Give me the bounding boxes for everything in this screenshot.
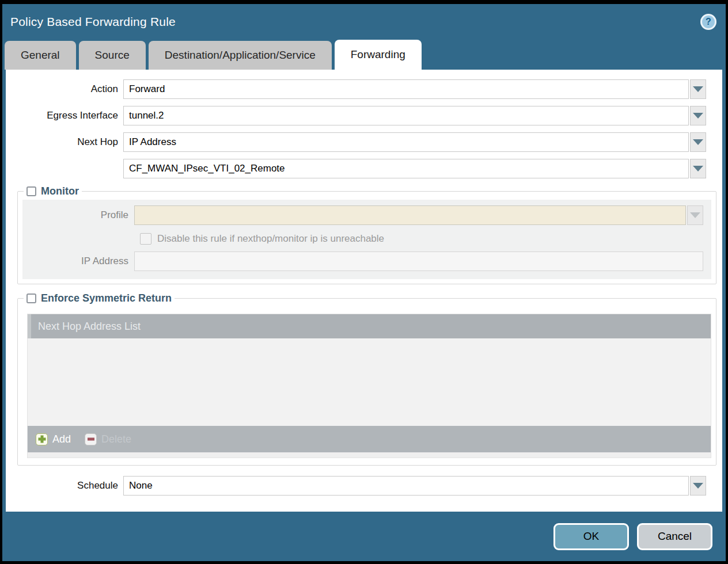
enforce-symmetric-return-legend-label: Enforce Symmetric Return (41, 292, 172, 304)
monitor-section: Monitor Profile Disable this rule if nex… (17, 185, 716, 284)
chevron-down-icon (693, 166, 703, 172)
dialog-footer: OK Cancel (2, 512, 726, 561)
action-dropdown-button[interactable] (690, 79, 706, 99)
dialog-window: Policy Based Forwarding Rule ? General S… (2, 4, 726, 561)
chevron-down-icon (693, 113, 703, 119)
next-hop-type-select[interactable]: IP Address (123, 132, 689, 152)
cancel-button[interactable]: Cancel (637, 523, 712, 550)
table-body[interactable] (28, 338, 711, 426)
enforce-symmetric-return-section: Enforce Symmetric Return Next Hop Addres… (17, 292, 716, 466)
next-hop-dropdown-button[interactable] (690, 132, 706, 152)
dialog-title: Policy Based Forwarding Rule (10, 15, 176, 29)
title-bar: Policy Based Forwarding Rule ? (2, 4, 726, 40)
egress-interface-label: Egress Interface (6, 110, 123, 121)
plus-icon (36, 433, 48, 445)
monitor-legend: Monitor (24, 185, 82, 197)
add-button-label: Add (52, 433, 71, 445)
next-hop-address-table: Next Hop Address List Add Delete (27, 314, 711, 458)
action-select[interactable]: Forward (123, 79, 689, 99)
monitor-legend-label: Monitor (41, 185, 79, 197)
monitor-ip-address-input (134, 251, 703, 271)
egress-interface-dropdown-button[interactable] (690, 106, 706, 125)
egress-interface-select[interactable]: tunnel.2 (123, 106, 689, 125)
minus-icon (85, 433, 97, 445)
disable-rule-checkbox (140, 233, 151, 245)
chevron-down-icon (690, 212, 700, 218)
tab-general[interactable]: General (5, 41, 76, 70)
next-hop-address-row: CF_MWAN_IPsec_VTI_02_Remote (6, 159, 706, 178)
schedule-label: Schedule (6, 480, 123, 491)
help-icon[interactable]: ? (700, 14, 716, 30)
tab-forwarding[interactable]: Forwarding (335, 40, 422, 70)
monitor-ip-address-label: IP Address (27, 256, 134, 267)
chevron-down-icon (693, 139, 703, 145)
profile-select (134, 205, 686, 225)
tab-source[interactable]: Source (79, 41, 146, 70)
monitor-ip-address-row: IP Address (27, 251, 703, 271)
next-hop-label: Next Hop (6, 136, 123, 148)
next-hop-address-input[interactable]: CF_MWAN_IPsec_VTI_02_Remote (123, 159, 689, 178)
next-hop-row: Next Hop IP Address (6, 132, 706, 152)
disable-rule-row: Disable this rule if nexthop/monitor ip … (140, 233, 707, 245)
enforce-symmetric-return-legend: Enforce Symmetric Return (24, 292, 175, 304)
enforce-symmetric-return-checkbox[interactable] (26, 294, 36, 303)
delete-button: Delete (85, 433, 131, 445)
tab-bar: General Source Destination/Application/S… (2, 40, 726, 70)
monitor-panel: Profile Disable this rule if nexthop/mon… (22, 200, 711, 279)
action-label: Action (6, 83, 123, 95)
delete-button-label: Delete (101, 433, 131, 445)
table-footer: Add Delete (28, 426, 711, 452)
schedule-dropdown-button[interactable] (690, 476, 706, 496)
disable-rule-label: Disable this rule if nexthop/monitor ip … (157, 233, 384, 245)
table-header-label: Next Hop Address List (38, 321, 141, 333)
schedule-row: Schedule None (6, 476, 706, 496)
action-row: Action Forward (6, 79, 706, 99)
schedule-select[interactable]: None (123, 476, 689, 496)
table-scrollbar-track[interactable] (28, 452, 711, 458)
table-header: Next Hop Address List (28, 314, 711, 338)
profile-dropdown-button (687, 205, 703, 225)
tab-content: Action Forward Egress Interface tunnel.2… (6, 70, 722, 512)
egress-interface-row: Egress Interface tunnel.2 (6, 106, 706, 125)
profile-label: Profile (27, 209, 134, 221)
next-hop-address-dropdown-button[interactable] (690, 159, 706, 178)
ok-button[interactable]: OK (553, 523, 629, 550)
tab-destination-application-service[interactable]: Destination/Application/Service (149, 41, 332, 70)
chevron-down-icon (693, 483, 703, 489)
monitor-checkbox[interactable] (26, 186, 36, 196)
chevron-down-icon (693, 86, 703, 92)
add-button[interactable]: Add (36, 433, 71, 445)
profile-row: Profile (27, 205, 703, 225)
